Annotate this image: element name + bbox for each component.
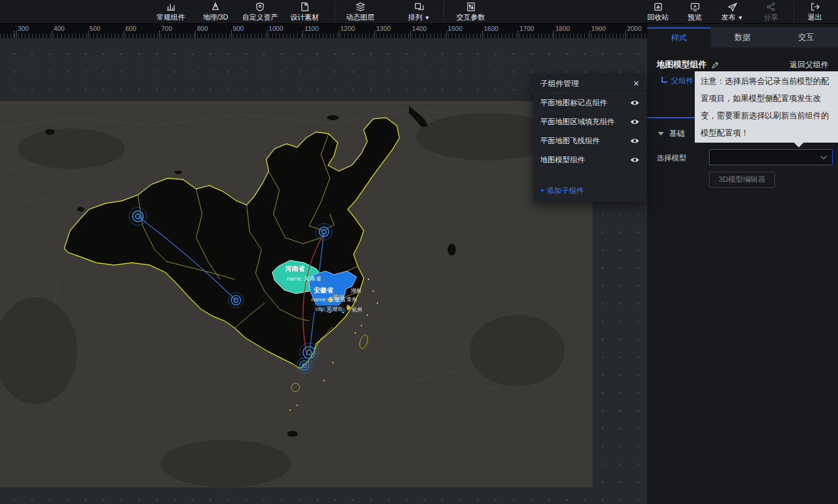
panel-header: 子组件管理 ✕ (533, 74, 647, 93)
toolbar-item-interaction-params[interactable]: 交互参数 (445, 0, 496, 23)
city-label-wuhu: 芜湖 (333, 294, 344, 300)
subcomponent-item-label: 地图模型组件 (540, 155, 630, 165)
tooltip-text: 注意：选择后将会记录当前模型的配置项目，如果模型侧配置项发生改变，需要重新选择以… (701, 77, 829, 137)
ruler-number: 1600 (484, 25, 498, 32)
ruler-number: 1300 (376, 25, 390, 32)
toolbar-label: 动态图层 (346, 12, 374, 23)
subcomponent-list: 平面地图标记点组件 平面地图区域填充组件 平面地图飞线组件 (533, 93, 647, 169)
close-icon[interactable]: ✕ (633, 79, 639, 88)
toolbar-divider (335, 1, 335, 22)
edit-pencil-icon[interactable] (711, 61, 719, 69)
toolbar-item-publish[interactable]: 发布 ▼ (713, 0, 752, 23)
city-label-hangzhou: 杭州 (352, 307, 363, 313)
recycle-bin-icon (653, 2, 663, 11)
asset-shield-icon (255, 2, 265, 11)
toolbar-item-recycle-bin[interactable]: 回收站 (639, 0, 677, 23)
section-basic-label: 基础 (669, 128, 685, 139)
3d-model-editor-button[interactable]: 3D模型编辑器 (709, 172, 775, 188)
params-icon (466, 2, 476, 11)
city-label-changzhou: 常州 (346, 297, 357, 303)
toolbar-label: 发布 ▼ (722, 12, 743, 23)
publish-icon (727, 2, 738, 11)
ruler-number: 300 (18, 25, 29, 32)
ruler-number: 2000 (627, 25, 641, 32)
share-icon (766, 2, 776, 11)
henan-name-label: name: 河南省 (287, 275, 322, 282)
tab-style[interactable]: 样式 (647, 27, 711, 48)
back-to-parent-button[interactable]: 返回父组件 (790, 59, 828, 70)
eye-icon[interactable] (630, 156, 639, 163)
model-select-tooltip: 注意：选择后将会记录当前模型的配置项目，如果模型侧配置项发生改变，需要重新选择以… (695, 71, 838, 143)
eye-icon[interactable] (630, 137, 639, 144)
toolbar-item-dynamic-layers[interactable]: 动态图层 (336, 0, 384, 23)
toolbar-label: 地理/3D (203, 12, 228, 23)
eye-icon[interactable] (630, 99, 639, 106)
toolbar-item-custom-assets[interactable]: 自定义资产 (238, 0, 282, 23)
subcomponent-item-label: 平面地图飞线组件 (540, 136, 630, 146)
toolbar-flex-spacer (496, 0, 639, 23)
toolbar-label: 分享 (764, 12, 778, 23)
ruler-number: 900 (233, 25, 244, 32)
exit-icon (810, 2, 820, 11)
ruler-number: 400 (53, 25, 64, 32)
add-subcomponent-link[interactable]: + 添加子组件 (540, 186, 584, 196)
ruler-number: 1800 (556, 25, 570, 32)
tab-interaction[interactable]: 交互 (774, 27, 838, 48)
map-artboard[interactable]: 河南省 name: 河南省 安徽省 name: 安徽省 city: 芜湖市 湖州… (0, 101, 593, 487)
tab-data[interactable]: 数据 (711, 27, 774, 48)
toolbar-item-common-components[interactable]: 常规组件 (149, 0, 193, 23)
top-toolbar: 常规组件 地理/3D 自定义资产 设计素材 动态图层 排列 ▼ 交互参数 (0, 0, 838, 24)
subcomponent-item-label: 平面地图区域填充组件 (540, 117, 630, 127)
editor-window: 常规组件 地理/3D 自定义资产 设计素材 动态图层 排列 ▼ 交互参数 (0, 0, 838, 504)
toolbar-item-design-material[interactable]: 设计素材 (282, 0, 327, 23)
ruler-number: 1400 (412, 25, 426, 32)
arrange-icon (414, 2, 424, 11)
henan-title-label: 河南省 (285, 265, 305, 272)
panel-title: 子组件管理 (540, 78, 633, 89)
ruler-number: 700 (161, 25, 172, 32)
toolbar-item-geo-3d[interactable]: 地理/3D (193, 0, 238, 23)
chevron-down-icon (820, 155, 827, 160)
toolbar-item-preview[interactable]: 预览 (677, 0, 713, 23)
chart-icon (166, 2, 176, 11)
subcomponent-list-item[interactable]: 地图模型组件 (533, 150, 647, 169)
toolbar-label: 回收站 (647, 12, 669, 23)
ruler-number: 800 (197, 25, 208, 32)
city-tip-label: city: 芜湖市 (316, 306, 343, 312)
chevron-down-icon: ▼ (424, 15, 430, 21)
ruler-number: 1000 (269, 25, 283, 32)
ruler-number: 600 (125, 25, 136, 32)
toolbar-item-exit[interactable]: 退出 (794, 0, 836, 23)
ruler-number: 500 (90, 25, 100, 32)
toolbar-label: 交互参数 (456, 12, 485, 23)
tooltip-caret (793, 142, 804, 147)
china-map: 河南省 name: 河南省 安徽省 name: 安徽省 city: 芜湖市 湖州… (0, 101, 593, 487)
preview-icon (690, 2, 700, 11)
chevron-down-icon: ▼ (738, 15, 743, 21)
subcomponent-list-item[interactable]: 平面地图标记点组件 (533, 93, 647, 112)
config-panel: 样式 数据 交互 地图模型组件 返回父组件 父组件：平面地图组件 基础 选择模型 (647, 24, 838, 504)
ruler-number: 1500 (448, 25, 462, 32)
layers-icon (355, 2, 366, 11)
toolbar-label: 退出 (808, 12, 822, 23)
toolbar-label: 自定义资产 (242, 12, 278, 23)
elbow-icon (661, 77, 667, 83)
toolbar-divider (443, 1, 444, 22)
select-model-dropdown[interactable] (709, 149, 833, 165)
subcomponent-list-item[interactable]: 平面地图飞线组件 (533, 131, 647, 150)
toolbar-item-arrange[interactable]: 排列 ▼ (399, 0, 439, 23)
ruler-number: 1700 (519, 25, 534, 32)
toolbar-item-share: 分享 (752, 0, 790, 23)
select-model-label: 选择模型 (657, 153, 686, 163)
toolbar-label: 排列 ▼ (408, 12, 430, 23)
subcomponent-list-item[interactable]: 平面地图区域填充组件 (533, 112, 647, 131)
ruler-number: 1100 (304, 25, 319, 32)
section-basic-header[interactable]: 基础 (658, 128, 685, 139)
toolbar-left-spacer (0, 0, 149, 23)
subcomponent-manager-panel: 子组件管理 ✕ 平面地图标记点组件 平面地图区域填充组件 (533, 74, 647, 202)
toolbar-label: 常规组件 (157, 12, 185, 23)
toolbar-label: 设计素材 (291, 12, 319, 23)
eye-icon[interactable] (630, 118, 639, 125)
config-tabs: 样式 数据 交互 (647, 27, 838, 48)
component-title-row: 地图模型组件 返回父组件 (657, 58, 828, 71)
